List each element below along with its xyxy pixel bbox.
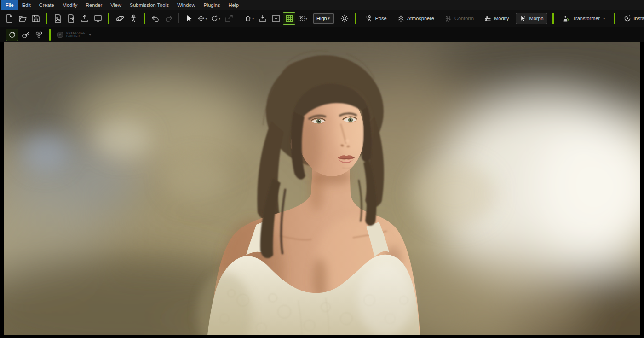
- home-icon: [244, 14, 252, 23]
- material-sphere-button[interactable]: [6, 29, 18, 41]
- substance-painter-button[interactable]: SUBSTANCE PAINTER ▾: [54, 30, 93, 40]
- morph-label: Morph: [529, 16, 544, 21]
- grid-icon: [285, 14, 294, 23]
- menu-create[interactable]: Create: [35, 0, 58, 10]
- menu-edit[interactable]: Edit: [18, 0, 35, 10]
- pose-button[interactable]: Pose: [362, 13, 391, 24]
- new-file-icon: [5, 14, 14, 23]
- home-view-button[interactable]: ▾: [243, 12, 255, 25]
- substance-painter-label: SUBSTANCE PAINTER: [66, 31, 86, 38]
- camera-view-button[interactable]: ▾: [296, 12, 309, 25]
- secondary-toolbar: SUBSTANCE PAINTER ▾: [0, 27, 644, 42]
- menu-render[interactable]: Render: [81, 0, 106, 10]
- viewport-3d[interactable]: [4, 42, 640, 335]
- chevron-down-icon: ▾: [603, 17, 605, 21]
- conform-button[interactable]: Conform: [441, 13, 477, 24]
- conform-label: Conform: [454, 16, 474, 21]
- chevron-down-icon: ▼: [327, 17, 331, 21]
- toolbar-separator: [178, 13, 179, 23]
- redo-icon: [164, 14, 173, 23]
- rotate-tool-button[interactable]: ▾: [209, 12, 222, 25]
- menu-modify[interactable]: Modify: [58, 0, 81, 10]
- toolbar-separator: [46, 13, 47, 24]
- undo-icon: [151, 14, 160, 23]
- material-sphere-icon: [8, 30, 17, 39]
- add-panel-button[interactable]: [270, 12, 282, 25]
- document-export-icon: [67, 14, 76, 23]
- morph-icon: [519, 15, 527, 23]
- chevron-down-icon: ▾: [218, 17, 220, 20]
- lighting-button[interactable]: [339, 12, 351, 25]
- menu-bar: File Edit Create Modify Render View Subm…: [0, 0, 644, 10]
- mannequin-icon: [129, 14, 138, 23]
- redo-button[interactable]: [162, 12, 175, 25]
- import-asset-button[interactable]: [256, 12, 269, 25]
- menu-plugins[interactable]: Plugins: [199, 0, 224, 10]
- scale-icon: [224, 14, 234, 23]
- toolbar-separator: [614, 13, 615, 24]
- document-image-icon: [53, 14, 63, 23]
- goz-sphere-button[interactable]: [114, 12, 126, 25]
- new-file-button[interactable]: [3, 12, 15, 25]
- chevron-down-icon: ▾: [205, 17, 207, 20]
- transformer-label: Transformer: [573, 16, 600, 21]
- mannequin-button[interactable]: [127, 12, 139, 25]
- toolbar-separator: [355, 13, 356, 24]
- scale-tool-button[interactable]: [223, 12, 235, 25]
- move-icon: [197, 14, 205, 23]
- mesh-brush-button[interactable]: [19, 29, 32, 41]
- select-tool-button[interactable]: [183, 12, 195, 25]
- toolbar-separator: [552, 13, 554, 24]
- camera-marquee-icon: [298, 14, 305, 23]
- node-cluster-icon: [34, 30, 43, 39]
- pose-label: Pose: [375, 16, 387, 21]
- rotate-icon: [211, 14, 218, 23]
- menu-submission-tools[interactable]: Submission Tools: [126, 0, 173, 10]
- conform-icon: [444, 15, 452, 23]
- quality-dropdown[interactable]: High ▼: [313, 13, 334, 24]
- orbit-sphere-icon: [115, 14, 125, 23]
- toolbar-separator: [239, 13, 239, 23]
- modify-button[interactable]: Modify: [480, 13, 512, 24]
- snap-grid-button[interactable]: [283, 12, 295, 25]
- monitor-icon: [93, 14, 103, 23]
- menu-file[interactable]: File: [1, 0, 18, 10]
- transformer-button[interactable]: Transformer ▾: [559, 13, 609, 24]
- node-cluster-button[interactable]: [33, 29, 45, 41]
- chevron-down-icon: ▾: [305, 17, 307, 20]
- menu-view[interactable]: View: [106, 0, 126, 10]
- screen-capture-button[interactable]: [92, 12, 104, 25]
- substance-painter-logo-icon: [56, 31, 64, 39]
- pose-icon: [365, 15, 373, 23]
- instalod-button[interactable]: InstaLOD ▾: [620, 13, 644, 24]
- main-toolbar: ▾ ▾ ▾ ▾ High ▼ Pose Atmosphere Conform: [0, 10, 644, 27]
- scene-render: [4, 42, 640, 335]
- open-file-icon: [18, 14, 27, 23]
- add-panel-icon: [271, 14, 281, 23]
- import-box-icon: [258, 14, 267, 23]
- toolbar-separator: [108, 13, 109, 24]
- menu-window[interactable]: Window: [173, 0, 199, 10]
- sun-icon: [340, 14, 349, 23]
- modify-icon: [484, 15, 492, 23]
- export-document-button[interactable]: [65, 12, 77, 25]
- save-button[interactable]: [29, 12, 42, 25]
- instalod-logo-icon: [624, 15, 631, 22]
- quality-value: High: [316, 16, 327, 21]
- morph-button[interactable]: Morph: [516, 13, 547, 24]
- modify-label: Modify: [494, 16, 509, 21]
- menu-help[interactable]: Help: [224, 0, 243, 10]
- mesh-brush-icon: [21, 30, 30, 39]
- atmosphere-button[interactable]: Atmosphere: [393, 13, 438, 24]
- export-tray-button[interactable]: [78, 12, 91, 25]
- save-icon: [31, 14, 40, 23]
- chevron-down-icon: ▾: [89, 33, 91, 37]
- atmosphere-icon: [397, 15, 405, 23]
- move-tool-button[interactable]: ▾: [196, 12, 208, 25]
- toolbar-separator: [144, 13, 145, 24]
- open-file-button[interactable]: [16, 12, 29, 25]
- atmosphere-label: Atmosphere: [407, 16, 434, 21]
- render-image-button[interactable]: [52, 12, 64, 25]
- select-cursor-icon: [184, 14, 194, 23]
- undo-button[interactable]: [149, 12, 161, 25]
